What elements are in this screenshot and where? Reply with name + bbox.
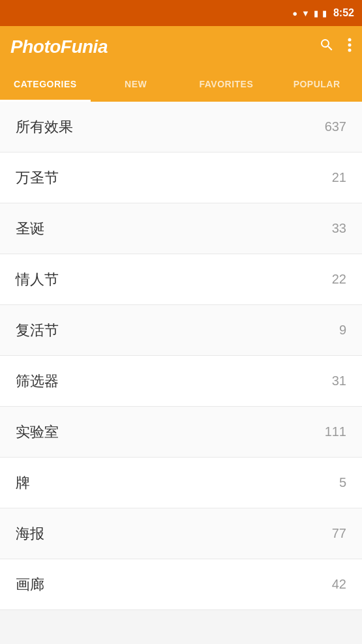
location-icon: ● [292, 8, 297, 18]
tab-favorites[interactable]: FAVORITES [181, 68, 272, 100]
app-bar: PhotoFunia [0, 26, 362, 68]
list-item[interactable]: 复活节 9 [0, 305, 362, 356]
category-name: 实验室 [16, 422, 59, 442]
list-item[interactable]: 实验室 111 [0, 407, 362, 458]
list-item[interactable]: 万圣节 21 [0, 153, 362, 203]
list-item[interactable]: 所有效果 637 [0, 102, 362, 153]
category-count: 22 [332, 272, 346, 287]
category-count: 9 [339, 323, 346, 338]
tab-categories[interactable]: CATEGORIES [0, 68, 91, 100]
category-count: 77 [332, 526, 346, 541]
category-name: 所有效果 [16, 117, 73, 137]
category-name: 筛选器 [16, 372, 59, 391]
list-item[interactable]: 海报 77 [0, 508, 362, 559]
category-name: 圣诞 [16, 219, 44, 239]
status-icons: ● ▼ ▮ ▮ 8:52 [292, 7, 354, 19]
category-name: 海报 [16, 524, 44, 544]
status-bar: ● ▼ ▮ ▮ 8:52 [0, 0, 362, 26]
list-item[interactable]: 情人节 22 [0, 254, 362, 305]
list-item[interactable]: 筛选器 31 [0, 356, 362, 407]
tab-new[interactable]: NEW [91, 68, 181, 100]
category-name: 万圣节 [16, 168, 59, 188]
app-logo: PhotoFunia [10, 37, 108, 57]
category-name: 牌 [16, 473, 30, 493]
search-icon[interactable] [319, 37, 335, 57]
category-name: 复活节 [16, 321, 59, 340]
list-item[interactable]: 牌 5 [0, 458, 362, 508]
sim-icon: ▮ [314, 8, 318, 18]
category-count: 33 [332, 221, 346, 236]
category-list: 所有效果 637 万圣节 21 圣诞 33 情人节 22 复活节 9 筛选器 3… [0, 102, 362, 644]
svg-point-0 [348, 38, 352, 42]
list-item[interactable]: 画廊 42 [0, 559, 362, 610]
svg-point-2 [348, 49, 352, 52]
category-count: 637 [325, 119, 346, 134]
tab-bar: CATEGORIES NEW FAVORITES POPULAR [0, 68, 362, 102]
category-count: 111 [325, 424, 346, 439]
tab-popular[interactable]: POPULAR [271, 68, 362, 100]
battery-icon: ▮ [322, 8, 327, 18]
svg-point-1 [348, 44, 352, 47]
wifi-icon: ▼ [301, 8, 310, 18]
category-count: 21 [332, 170, 346, 185]
status-time: 8:52 [333, 7, 354, 19]
more-options-icon[interactable] [348, 37, 352, 57]
category-count: 31 [332, 373, 346, 388]
category-count: 5 [339, 475, 346, 490]
app-bar-actions [319, 37, 352, 57]
category-name: 画廊 [16, 575, 44, 594]
category-name: 情人节 [16, 270, 59, 289]
category-count: 42 [332, 577, 346, 592]
list-item[interactable]: 圣诞 33 [0, 203, 362, 254]
